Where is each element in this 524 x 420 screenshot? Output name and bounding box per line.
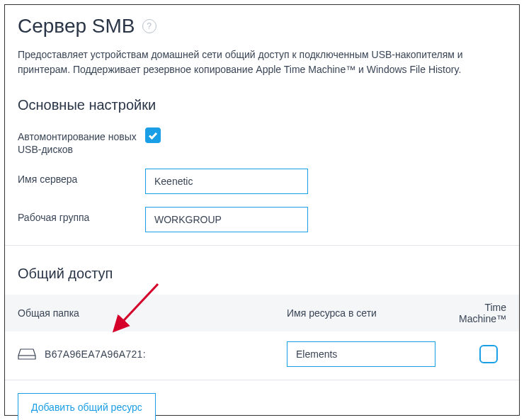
workgroup-input[interactable] (145, 207, 308, 232)
tm-cell (450, 345, 506, 363)
footer-divider (5, 380, 519, 380)
add-share-button[interactable]: Добавить общий ресурс (18, 393, 156, 420)
col-folder-header: Общая папка (18, 307, 287, 319)
col-resource-header: Имя ресурса в сети (287, 307, 450, 319)
workgroup-label: Рабочая группа (18, 207, 145, 224)
page-title: Сервер SMB (18, 15, 135, 38)
workgroup-row: Рабочая группа (18, 207, 506, 232)
col-tm-header: Time Machine™ (450, 302, 506, 324)
automount-checkbox[interactable] (145, 127, 161, 143)
table-row: B67A96EA7A96A721: (5, 331, 519, 377)
server-name-row: Имя сервера (18, 169, 506, 194)
folder-name: B67A96EA7A96A721: (45, 348, 146, 360)
share-table-header: Общая папка Имя ресурса в сети Time Mach… (5, 295, 519, 331)
resource-cell (287, 341, 450, 367)
automount-row: Автомонтирование новых USB-дисков (18, 126, 506, 156)
automount-label: Автомонтирование новых USB-дисков (18, 126, 145, 156)
settings-panel: Сервер SMB ? Предоставляет устройствам д… (4, 4, 520, 416)
server-name-label: Имя сервера (18, 169, 145, 186)
server-name-input[interactable] (145, 169, 308, 194)
page-description: Предоставляет устройствам домашней сети … (18, 47, 506, 77)
basic-settings-title: Основные настройки (18, 97, 506, 113)
sharing-title: Общий доступ (18, 266, 506, 282)
time-machine-checkbox[interactable] (479, 345, 498, 363)
help-icon[interactable]: ? (142, 19, 156, 33)
disk-icon (18, 348, 36, 360)
folder-cell: B67A96EA7A96A721: (18, 348, 287, 360)
resource-name-input[interactable] (287, 341, 435, 367)
page-title-row: Сервер SMB ? (18, 15, 506, 38)
section-divider (5, 245, 519, 246)
